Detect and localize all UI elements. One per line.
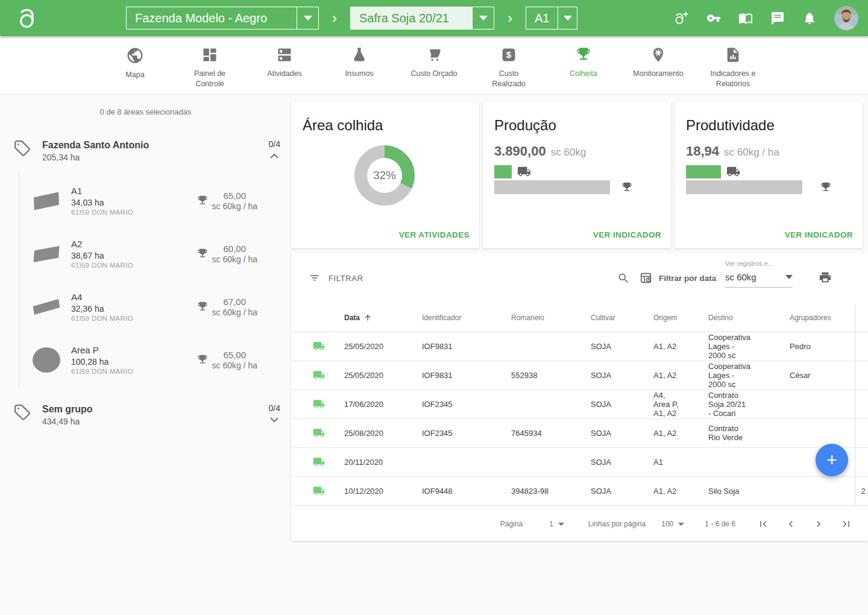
rows-per-page-select[interactable]: 100 bbox=[661, 520, 684, 528]
date-table-icon bbox=[640, 271, 653, 285]
see-indicator-link[interactable]: VER INDICADOR bbox=[593, 230, 661, 239]
chevron-down-icon bbox=[564, 16, 572, 20]
nav-item-mapa[interactable]: Mapa bbox=[98, 36, 172, 94]
nav-item-label: Atividades bbox=[267, 69, 302, 79]
season-selector[interactable]: Safra Soja 20/21 bbox=[350, 7, 494, 30]
print-icon[interactable] bbox=[819, 271, 832, 284]
farm-selector-arrow[interactable] bbox=[297, 7, 318, 29]
season-selector-value: Safra Soja 20/21 bbox=[351, 7, 472, 29]
cell-romaneio: 7645934 bbox=[502, 418, 580, 447]
area-cultivar: 61I59 DON MARIO bbox=[71, 368, 133, 375]
season-selector-arrow[interactable] bbox=[472, 7, 494, 29]
filter-button[interactable]: FILTRAR bbox=[309, 273, 363, 283]
area-selector-arrow[interactable] bbox=[558, 7, 577, 29]
column-header-agrupadores[interactable]: Agrupadores bbox=[779, 304, 855, 332]
column-header-destino[interactable]: Destino bbox=[704, 304, 779, 332]
column-header-data[interactable]: Data bbox=[333, 304, 412, 332]
table-row[interactable]: 10/12/2020 IOF9448 394823-98 SOJA A1, A2… bbox=[291, 476, 868, 505]
nav-item-insumos[interactable]: Insumos bbox=[322, 36, 397, 94]
cell-agrupadores: César bbox=[779, 361, 855, 390]
truck-icon bbox=[313, 485, 325, 497]
report-file-icon bbox=[725, 46, 741, 63]
productivity-value: 65,00 bbox=[212, 350, 258, 360]
productivity-unit: sc 60kg / ha bbox=[212, 201, 258, 211]
area-item-area-p[interactable]: Area P 100,28 ha 61I59 DON MARIO 65,00 s… bbox=[19, 333, 291, 386]
field-shape-icon bbox=[33, 195, 60, 207]
area-selector[interactable]: A1 bbox=[526, 7, 577, 30]
first-page-icon[interactable] bbox=[757, 518, 769, 530]
next-page-icon[interactable] bbox=[813, 518, 825, 530]
table-row[interactable]: 17/06/2020 IOF2345 SOJA A4, Area P, A1, … bbox=[291, 390, 868, 418]
last-page-icon[interactable] bbox=[840, 518, 852, 530]
progress-bar-current bbox=[686, 165, 721, 178]
record-type-cell bbox=[291, 361, 333, 390]
cell-data: 25/05/2020 bbox=[333, 332, 412, 361]
area-productivity: 60,00 sc 60kg / ha bbox=[197, 244, 258, 264]
nav-item-label: Colheita bbox=[570, 69, 597, 79]
nav-item-colheita[interactable]: Colheita bbox=[546, 36, 621, 94]
table-row[interactable]: 20/11/2020 SOJA A1 bbox=[291, 447, 868, 476]
unit-select[interactable]: Ver registros e... sc 60kg bbox=[725, 260, 793, 288]
filter-label: FILTRAR bbox=[329, 274, 363, 283]
nav-item-label: Custo Orçado bbox=[410, 69, 457, 79]
cell-destino: Contrato Rio Verde bbox=[704, 418, 779, 447]
cell-identificador: IOF2345 bbox=[412, 390, 502, 418]
group-area: 434,49 ha bbox=[42, 417, 93, 426]
see-activities-link[interactable]: VER ATIVIDADES bbox=[399, 230, 470, 239]
truck-icon bbox=[517, 165, 531, 178]
pagination-bar: Página 1 Linhas por página 100 1 - 6 de … bbox=[291, 507, 868, 541]
group-header-sem-grupo[interactable]: Sem grupo 434,49 ha 0/4 bbox=[0, 403, 291, 426]
area-item-a4[interactable]: A4 32,36 ha 61I59 DON MARIO 67,00 sc 60k… bbox=[19, 280, 291, 333]
filter-by-date-button[interactable]: Filtrar por data bbox=[640, 271, 716, 285]
guide-book-icon[interactable] bbox=[738, 11, 753, 25]
referral-icon[interactable] bbox=[673, 10, 689, 27]
search-icon[interactable] bbox=[617, 272, 630, 285]
cell-clipped bbox=[855, 447, 868, 476]
column-header-cultivar[interactable]: Cultivar bbox=[580, 304, 644, 332]
chevron-down-icon bbox=[678, 523, 684, 526]
cell-cultivar: SOJA bbox=[580, 418, 644, 447]
key-icon[interactable] bbox=[706, 11, 721, 25]
page-select[interactable]: 1 bbox=[549, 520, 564, 528]
chevron-up-icon[interactable] bbox=[269, 153, 279, 159]
tag-icon bbox=[13, 139, 31, 157]
add-record-fab[interactable]: + bbox=[816, 444, 848, 476]
chevron-down-icon[interactable] bbox=[269, 417, 279, 423]
field-shape-icon bbox=[33, 347, 60, 373]
nav-item-monitoramento[interactable]: Monitoramento bbox=[621, 36, 696, 94]
see-indicator-link[interactable]: VER INDICADOR bbox=[785, 230, 853, 239]
chat-icon[interactable] bbox=[770, 11, 785, 25]
nav-item-custo-realizado[interactable]: $ Custo Realizado bbox=[471, 36, 546, 94]
productivity-value: 67,00 bbox=[212, 297, 258, 307]
previous-page-icon[interactable] bbox=[785, 518, 797, 530]
group-header-fazenda-santo-antonio[interactable]: Fazenda Santo Antonio 205,34 ha 0/4 bbox=[0, 139, 291, 162]
cell-destino: Silo Soja bbox=[704, 476, 779, 505]
area-item-a2[interactable]: A2 38,67 ha 61I59 DON MARIO 60,00 sc 60k… bbox=[19, 227, 291, 280]
table-row[interactable]: 25/05/2020 IOF9831 SOJA A1, A2 Cooperati… bbox=[291, 332, 868, 361]
breadcrumb-separator: › bbox=[508, 10, 512, 27]
area-size: 32,36 ha bbox=[71, 304, 133, 314]
column-header-romaneio[interactable]: Romaneio bbox=[502, 304, 580, 332]
column-header-identificador[interactable]: Identificador bbox=[412, 304, 502, 332]
table-row[interactable]: 25/08/2020 IOF2345 7645934 SOJA A1, A2 C… bbox=[291, 418, 868, 447]
nav-item-painel-de-controle[interactable]: Painel de Controle bbox=[172, 36, 247, 94]
production-card: Produção 3.890,00 sc 60kg VER INDICADOR bbox=[483, 101, 671, 248]
cell-identificador: IOF9448 bbox=[412, 476, 502, 505]
areas-sidebar: 0 de 8 áreas selecionadas Fazenda Santo … bbox=[0, 95, 291, 426]
monitoring-pin-icon bbox=[650, 46, 667, 63]
area-item-a1[interactable]: A1 34,03 ha 61I59 DON MARIO 65,00 sc 60k… bbox=[19, 174, 291, 227]
user-avatar[interactable] bbox=[834, 6, 858, 30]
card-title: Produtividade bbox=[686, 117, 775, 134]
area-productivity: 67,00 sc 60kg / ha bbox=[197, 297, 258, 317]
truck-icon bbox=[726, 165, 740, 178]
nav-item-label: Indicadores e Relatórios bbox=[710, 69, 755, 89]
cell-identificador: IOF9831 bbox=[412, 332, 502, 361]
farm-selector[interactable]: Fazenda Modelo - Aegro bbox=[126, 7, 319, 30]
notifications-bell-icon[interactable] bbox=[802, 11, 817, 25]
cell-destino: Cooperativa Lages - 2000 sc bbox=[704, 361, 779, 390]
nav-item-atividades[interactable]: Atividades bbox=[247, 36, 322, 94]
nav-item-custo-orcado[interactable]: Custo Orçado bbox=[397, 36, 471, 94]
column-header-origem[interactable]: Origem bbox=[644, 304, 704, 332]
nav-item-indicadores-relatorios[interactable]: Indicadores e Relatórios bbox=[696, 36, 770, 94]
table-row[interactable]: 25/05/2020 IOF9831 552938 SOJA A1, A2 Co… bbox=[291, 361, 868, 390]
